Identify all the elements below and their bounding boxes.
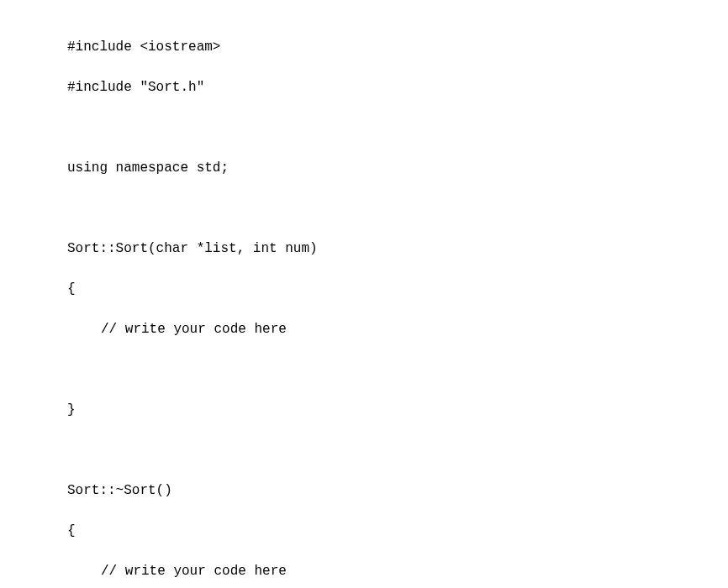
code-line: // write your code here — [67, 319, 728, 339]
code-block: #include <iostream> #include "Sort.h" us… — [67, 17, 728, 588]
code-line — [67, 118, 728, 138]
code-line: #include <iostream> — [67, 37, 728, 57]
code-line: Sort::~Sort() — [67, 480, 728, 501]
code-line — [67, 440, 728, 460]
code-line — [67, 360, 728, 380]
code-line: { — [67, 279, 728, 299]
code-line — [67, 198, 728, 218]
code-line: // write your code here — [67, 561, 728, 581]
code-line: Sort::Sort(char *list, int num) — [67, 239, 728, 259]
code-line: using namespace std; — [67, 158, 728, 178]
code-line: #include "Sort.h" — [67, 77, 728, 97]
code-line: { — [67, 521, 728, 541]
code-line: } — [67, 400, 728, 420]
